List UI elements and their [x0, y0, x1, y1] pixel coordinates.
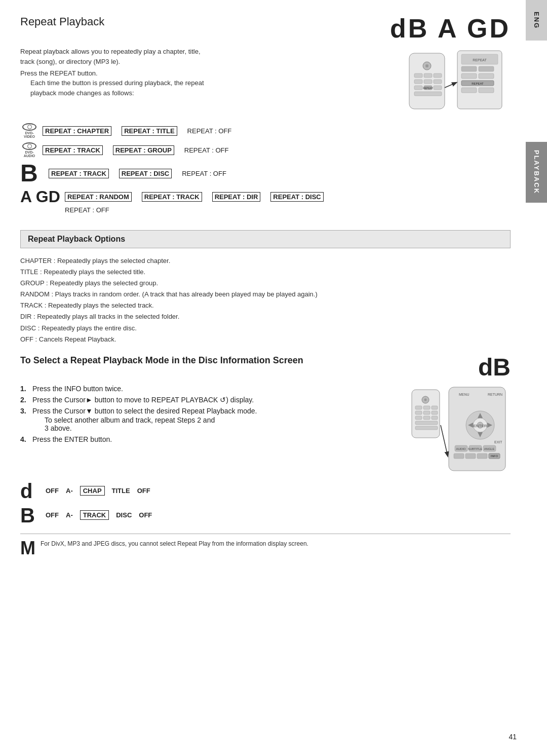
repeat-items-b: REPEAT : TRACK REPEAT : DISC REPEAT : OF…	[49, 169, 226, 178]
step-2: 2. Press the Cursor► button to move to R…	[20, 396, 289, 404]
sidebar-right: ENG PLAYBACK	[526, 0, 547, 756]
svg-text:ANGLE: ANGLE	[484, 447, 494, 450]
svg-rect-29	[415, 406, 422, 409]
sidebar-tab-playback: PLAYBACK	[526, 142, 547, 203]
step-3-text: Press the Cursor▼ button to select the d…	[32, 407, 289, 432]
svg-rect-20	[479, 73, 494, 79]
display-a-B: A-	[66, 511, 73, 519]
svg-rect-60	[477, 453, 487, 459]
svg-rect-34	[432, 411, 438, 414]
remote-image-bottom: MENU RETURN ENTER AUDIO SUBTITLE	[409, 385, 511, 476]
dvd-audio-icon: DVD-AUDIO	[20, 142, 38, 158]
svg-rect-24	[479, 88, 494, 93]
svg-line-25	[445, 83, 456, 88]
letter-agd-icon: A GD	[20, 187, 60, 206]
svg-rect-37	[432, 416, 438, 420]
option-random: RANDOM : Plays tracks in random order. (…	[20, 289, 511, 300]
press-sub-text: Each time the button is pressed during p…	[30, 78, 304, 98]
section2-row: To Select a Repeat Playback Mode in the …	[20, 355, 511, 380]
main-content: Repeat Playback dB A GD Repeat playback …	[0, 0, 526, 756]
option-dir: DIR : Repeatedly plays all tracks in the…	[20, 311, 511, 322]
remote-svg-bottom: MENU RETURN ENTER AUDIO SUBTITLE	[409, 385, 511, 476]
repeat-track-2: REPEAT : TRACK	[49, 169, 109, 178]
svg-rect-17	[461, 66, 477, 71]
svg-rect-30	[423, 406, 430, 409]
note-text: For DivX, MP3 and JPEG discs, you cannot…	[41, 539, 308, 548]
page-title: Repeat Playback	[20, 15, 104, 28]
svg-rect-39	[415, 426, 438, 430]
display-a-d: A-	[66, 487, 73, 495]
step-3-sub: To select another album and track, repea…	[45, 416, 289, 432]
svg-rect-33	[423, 411, 430, 414]
svg-text:ENTER: ENTER	[473, 424, 487, 428]
step-1: 1. Press the INFO button twice.	[20, 385, 289, 393]
display-section: d OFF A- CHAP TITLE OFF B OFF A- TRACK D…	[20, 481, 511, 525]
remote-image-top: REPEAT REPEAT REPEAT	[404, 47, 511, 112]
svg-rect-35	[415, 416, 422, 420]
svg-point-28	[424, 398, 427, 401]
svg-rect-4	[424, 73, 432, 78]
display-track-B: TRACK	[80, 510, 109, 520]
svg-rect-59	[465, 453, 476, 459]
repeat-title: REPEAT : TITLE	[122, 126, 177, 136]
repeat-chapter: REPEAT : CHAPTER	[43, 126, 111, 136]
repeat-disc-2: REPEAT : DISC	[270, 192, 323, 202]
svg-rect-9	[414, 86, 422, 90]
repeat-row-dvd-video: DVD-VIDEO REPEAT : CHAPTER REPEAT : TITL…	[20, 123, 511, 139]
svg-point-2	[425, 64, 428, 67]
steps-area: 1. Press the INFO button twice. 2. Press…	[20, 385, 511, 476]
option-disc: DISC : Repeatedly plays the entire disc.	[20, 323, 511, 334]
svg-text:REPEAT: REPEAT	[472, 82, 484, 85]
svg-text:REPEAT: REPEAT	[473, 58, 487, 62]
repeat-row-dvd-audio: DVD-AUDIO REPEAT : TRACK REPEAT : GROUP …	[20, 142, 511, 158]
svg-rect-32	[415, 411, 422, 414]
remote-svg-top: REPEAT REPEAT REPEAT	[407, 48, 508, 111]
display-items-B: OFF A- TRACK DISC OFF	[46, 510, 152, 520]
svg-text:MENU: MENU	[459, 393, 470, 396]
display-letter-d: d	[20, 481, 41, 501]
svg-text:INFO: INFO	[491, 455, 498, 458]
svg-rect-38	[415, 421, 438, 425]
display-off-d2: OFF	[137, 487, 150, 495]
svg-text:REPEAT: REPEAT	[423, 87, 433, 90]
display-off-d1: OFF	[46, 487, 59, 495]
repeat-track-1: REPEAT : TRACK	[43, 145, 103, 155]
display-disc-B: DISC	[116, 511, 132, 519]
option-track: TRACK : Repeatedly plays the selected tr…	[20, 300, 511, 311]
step-1-text: Press the INFO button twice.	[32, 385, 289, 393]
option-off: OFF : Cancels Repeat Playback.	[20, 334, 511, 345]
repeat-items-dvd-audio: REPEAT : TRACK REPEAT : GROUP REPEAT : O…	[43, 145, 228, 155]
svg-text:AUDIO: AUDIO	[456, 447, 465, 450]
svg-rect-6	[414, 80, 422, 84]
repeat-items-agd: REPEAT : RANDOM REPEAT : TRACK REPEAT : …	[65, 192, 324, 202]
option-group: GROUP : Repeatedly plays the selected gr…	[20, 278, 511, 289]
svg-rect-58	[454, 453, 464, 459]
step-2-text: Press the Cursor► button to move to REPE…	[32, 396, 289, 404]
step-4: 4. Press the ENTER button.	[20, 435, 289, 443]
svg-text:SUBTITLE: SUBTITLE	[468, 447, 483, 450]
display-letter-B: B	[20, 505, 41, 525]
option-title: TITLE : Repeatedly plays the selected ti…	[20, 267, 511, 278]
svg-rect-12	[434, 86, 442, 90]
repeat-random: REPEAT : RANDOM	[65, 192, 132, 202]
steps-list: 1. Press the INFO button twice. 2. Press…	[20, 385, 289, 446]
display-row-d: d OFF A- CHAP TITLE OFF	[20, 481, 511, 501]
step-4-text: Press the ENTER button.	[32, 435, 289, 443]
repeat-items-dvd-video: REPEAT : CHAPTER REPEAT : TITLE REPEAT :…	[43, 126, 231, 136]
svg-rect-18	[479, 66, 494, 71]
svg-rect-5	[434, 73, 442, 78]
press-text: Press the REPEAT button.	[20, 69, 304, 77]
section2-brand: dB	[478, 355, 511, 380]
header-brand: dB A GD	[390, 15, 511, 42]
svg-rect-36	[423, 416, 430, 420]
note-section: M For DivX, MP3 and JPEG discs, you cann…	[20, 534, 511, 557]
repeat-dir: REPEAT : DIR	[212, 192, 261, 202]
repeat-modes: DVD-VIDEO REPEAT : CHAPTER REPEAT : TITL…	[20, 123, 511, 214]
repeat-off-3: REPEAT : OFF	[182, 170, 226, 177]
page-number: 41	[509, 733, 517, 741]
dvd-video-icon: DVD-VIDEO	[20, 123, 38, 138]
letter-b-icon: B	[20, 160, 38, 186]
repeat-disc-1: REPEAT : DISC	[119, 169, 172, 178]
section-box: Repeat Playback Options	[20, 230, 511, 248]
svg-rect-3	[414, 73, 422, 78]
